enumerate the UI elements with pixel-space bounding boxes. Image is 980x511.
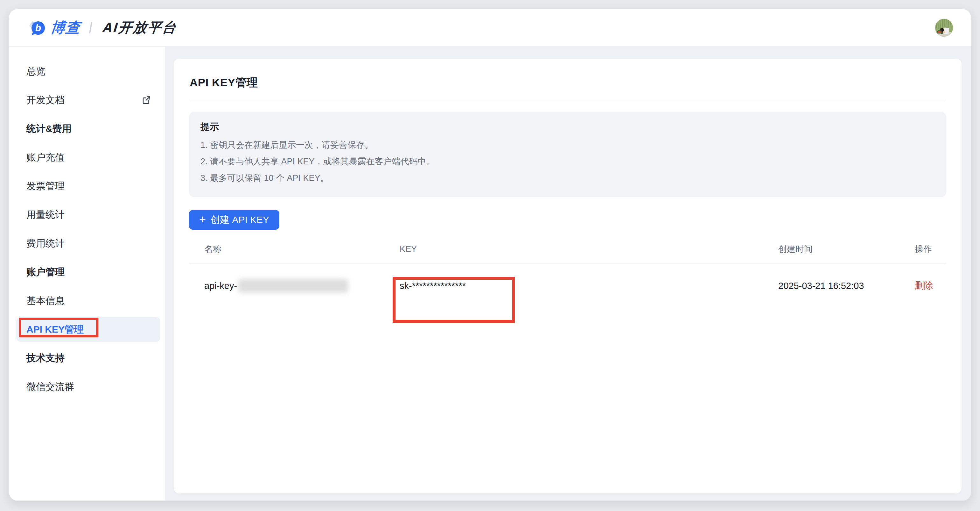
external-link-icon bbox=[142, 95, 151, 105]
bocha-logo-icon: b bbox=[29, 19, 46, 36]
sidebar-item-label: 统计&费用 bbox=[26, 122, 72, 136]
sidebar-item-label: 微信交流群 bbox=[26, 380, 74, 393]
api-key-name: api-key- bbox=[204, 281, 237, 291]
svg-text:b: b bbox=[35, 22, 41, 33]
sidebar-section-header: 账户管理 bbox=[9, 258, 165, 286]
created-time: 2025-03-21 16:52:03 bbox=[763, 281, 899, 291]
user-avatar[interactable] bbox=[935, 19, 953, 37]
title-divider bbox=[189, 100, 946, 101]
api-key-card: API KEY管理 提示 1. 密钥只会在新建后显示一次，请妥善保存。 2. 请… bbox=[174, 59, 961, 493]
sidebar-item-label: 基本信息 bbox=[26, 294, 65, 307]
brand-logo: b 博查 AI开放平台 bbox=[29, 18, 177, 37]
sidebar-section-header: 技术支持 bbox=[9, 344, 165, 372]
sidebar-item-label: 总览 bbox=[26, 65, 46, 78]
api-key-table: 名称KEY创建时间操作 api-key-sk-***************20… bbox=[189, 235, 946, 308]
table-header: 名称KEY创建时间操作 bbox=[189, 235, 946, 263]
sidebar-item-label: API KEY管理 bbox=[26, 323, 84, 336]
sidebar-item-active[interactable]: API KEY管理 bbox=[16, 317, 161, 342]
column-header: 创建时间 bbox=[763, 243, 899, 255]
tips-line-1: 1. 密钥只会在新建后显示一次，请妥善保存。 bbox=[200, 137, 935, 153]
column-header: 操作 bbox=[899, 243, 946, 255]
sidebar-item-label: 费用统计 bbox=[26, 237, 65, 250]
page-title: API KEY管理 bbox=[189, 75, 946, 90]
delete-link[interactable]: 删除 bbox=[915, 279, 933, 292]
sidebar-item-label: 账户管理 bbox=[26, 266, 65, 279]
sidebar-item[interactable]: 发票管理 bbox=[9, 172, 165, 200]
sidebar-item-label: 用量统计 bbox=[26, 208, 65, 221]
table-body: api-key-sk-***************2025-03-21 16:… bbox=[189, 263, 946, 308]
sidebar-section-header: 统计&费用 bbox=[9, 114, 165, 143]
sidebar-item[interactable]: 基本信息 bbox=[9, 286, 165, 315]
top-header: b 博查 AI开放平台 bbox=[9, 9, 971, 47]
sidebar-item[interactable]: 微信交流群 bbox=[9, 372, 165, 401]
brand-separator bbox=[89, 22, 92, 34]
api-key-value: sk-*************** bbox=[399, 281, 466, 291]
sidebar-item[interactable]: 开发文档 bbox=[9, 86, 165, 114]
sidebar-item-label: 发票管理 bbox=[26, 180, 65, 193]
sidebar-item[interactable]: 费用统计 bbox=[9, 229, 165, 258]
table-row: api-key-sk-***************2025-03-21 16:… bbox=[189, 263, 946, 308]
sidebar-item-label: 账户充值 bbox=[26, 151, 65, 164]
tips-panel: 提示 1. 密钥只会在新建后显示一次，请妥善保存。 2. 请不要与他人共享 AP… bbox=[189, 112, 946, 197]
sidebar-nav: 总览开发文档 统计&费用账户充值发票管理用量统计费用统计账户管理基本信息API … bbox=[9, 47, 166, 500]
app-window: b 博查 AI开放平台 bbox=[9, 9, 971, 501]
column-header: KEY bbox=[384, 244, 763, 254]
blurred-name-mask bbox=[238, 279, 348, 292]
plus-icon: + bbox=[199, 214, 206, 225]
tips-line-2: 2. 请不要与他人共享 API KEY，或将其暴露在客户端代码中。 bbox=[200, 153, 935, 170]
sidebar-item[interactable]: 总览 bbox=[9, 57, 165, 86]
sidebar-item-label: 技术支持 bbox=[26, 352, 65, 365]
create-api-key-button[interactable]: + 创建 API KEY bbox=[189, 210, 279, 230]
column-header: 名称 bbox=[189, 243, 384, 255]
brand-name-suffix: AI开放平台 bbox=[102, 19, 178, 37]
app-body: 总览开发文档 统计&费用账户充值发票管理用量统计费用统计账户管理基本信息API … bbox=[9, 47, 971, 500]
sidebar-item-label: 开发文档 bbox=[26, 94, 65, 107]
main-area: API KEY管理 提示 1. 密钥只会在新建后显示一次，请妥善保存。 2. 请… bbox=[166, 47, 971, 500]
tips-line-3: 3. 最多可以保留 10 个 API KEY。 bbox=[200, 170, 935, 186]
avatar-illustration bbox=[935, 19, 953, 37]
tips-title: 提示 bbox=[200, 121, 935, 134]
sidebar-item[interactable]: 账户充值 bbox=[9, 143, 165, 172]
create-api-key-label: 创建 API KEY bbox=[210, 214, 269, 227]
sidebar-item[interactable]: 用量统计 bbox=[9, 200, 165, 229]
brand-name-cn: 博查 bbox=[49, 18, 81, 37]
